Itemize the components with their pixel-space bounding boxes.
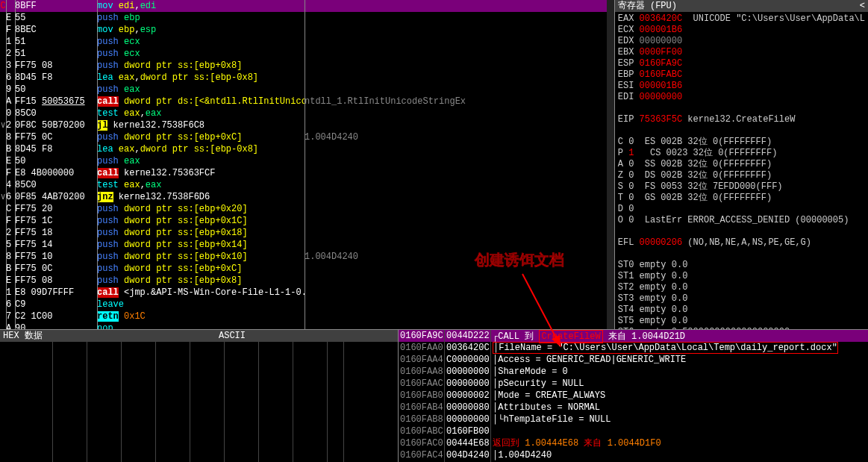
breakpoint-marker[interactable] [0,12,6,24]
breakpoint-marker[interactable] [0,72,6,84]
disasm-row[interactable]: 1E8 09D7FFFFcall <jmp.&API-MS-Win-Core-F… [0,287,614,299]
disassembly-pane[interactable]: C 8BFFmov edi,edi E55push ebp F8BECmov e… [0,0,614,329]
stack-row[interactable]: 0160FAA800000000│ShareMode = 0 [399,366,868,378]
bytes-col: FF75 14 [15,239,97,251]
breakpoint-marker[interactable] [0,167,6,179]
mnemonic-col: push dword ptr ss:[ebp+0xC] [97,263,305,275]
breakpoint-marker[interactable] [0,239,6,251]
bytes-col: E8 4B000000 [15,167,97,179]
address-col: 8 [6,251,15,263]
disasm-row[interactable]: F8BECmov ebp,esp [0,24,614,36]
breakpoint-marker[interactable] [0,84,6,96]
breakpoint-marker[interactable] [0,24,6,36]
disasm-row[interactable]: B8D45 F8lea eax,dword ptr ss:[ebp-0x8] [0,143,614,155]
mnemonic-col: push dword ptr ss:[ebp+0x8] [97,275,305,287]
breakpoint-marker[interactable] [0,251,6,263]
breakpoint-marker[interactable] [0,227,6,239]
stack-row[interactable]: 0160FABC0160FB00 [399,425,868,437]
breakpoint-marker[interactable] [0,155,6,167]
register-line: P 1 CS 0023 32位 0(FFFFFFFF) [618,148,865,159]
disasm-row[interactable]: 68D45 F8lea eax,dword ptr ss:[ebp-0x8] [0,72,614,84]
breakpoint-marker[interactable] [0,36,6,48]
disasm-row[interactable]: 251push ecx [0,48,614,60]
comment-col [305,203,614,215]
disasm-row[interactable]: FE8 4B000000call kernel32.75363FCF [0,167,614,179]
breakpoint-marker[interactable]: C [0,0,6,12]
mnemonic-col: push eax [97,84,305,96]
register-line: S 0 FS 0053 32位 7EFDD000(FFF) [618,181,865,193]
disasm-row[interactable]: 8FF75 0Cpush dword ptr ss:[ebp+0xC]1.004… [0,131,614,143]
register-line: EAX 0036420C UNICODE "C:\Users\User\AppD… [618,13,865,25]
disasm-row[interactable]: BFF75 0Cpush dword ptr ss:[ebp+0xC] [0,263,614,275]
breakpoint-marker[interactable] [0,96,6,107]
disasm-row[interactable]: 3FF75 08push dword ptr ss:[ebp+0x8] [0,60,614,72]
disasm-row[interactable]: AFF15 50053675call dword ptr ds:[<&ntdll… [0,96,614,107]
comment-col [305,322,614,329]
breakpoint-marker[interactable] [0,263,6,275]
hex-dump-pane[interactable]: HEX 数据 ASCII [0,330,399,462]
disasm-row[interactable]: 2FF75 18push dword ptr ss:[ebp+0x18] [0,227,614,239]
breakpoint-marker[interactable] [0,131,6,143]
breakpoint-marker[interactable] [0,143,6,155]
breakpoint-marker[interactable] [0,60,6,72]
breakpoint-marker[interactable] [0,215,6,227]
bytes-col: C9 [15,299,97,310]
stack-row[interactable]: 0160FAB400000080│Attributes = NORMAL [399,402,868,413]
stack-row[interactable]: 0160FAA4C0000000│Access = GENERIC_READ|G… [399,354,868,366]
disasm-scrollbar[interactable] [607,0,614,329]
comment-col [305,12,614,24]
comment-col [305,119,614,131]
disasm-row[interactable]: 151push ecx [0,36,614,48]
disasm-row[interactable]: 6C9leave [0,299,614,310]
disasm-row[interactable]: CFF75 20push dword ptr ss:[ebp+0x20] [0,203,614,215]
address-col: 2 [6,227,15,239]
stack-row[interactable]: 0160FAA00036420C│FileName = "C:\Users\Us… [399,342,868,354]
breakpoint-marker[interactable] [0,275,6,287]
bytes-col: 8BFF [15,0,97,12]
register-line: EFL 00000206 (NO,NB,NE,A,NS,PE,GE,G) [618,237,865,249]
disasm-row[interactable]: EFF75 08push dword ptr ss:[ebp+0x8] [0,275,614,287]
register-line [618,226,865,237]
disasm-row[interactable]: FFF75 1Cpush dword ptr ss:[ebp+0x1C] [0,215,614,227]
mnemonic-col: push dword ptr ss:[ebp+0x1C] [97,215,305,227]
breakpoint-marker[interactable] [0,179,6,191]
breakpoint-marker[interactable] [0,48,6,60]
disasm-row[interactable]: ∨20F8C 50B70200jl kernel32.7538F6C8 [0,119,614,131]
breakpoint-marker[interactable] [0,203,6,215]
disasm-row[interactable]: ∨60F85 4AB70200jnz kernel32.7538F6D6 [0,191,614,203]
stack-pane[interactable]: 0160FA9C0044D222┌CALL 到 CreateFileW 来自 1… [399,330,868,462]
stack-row[interactable]: 0160FAC000444E68返回到 1.00444E68 来自 1.0044… [399,437,868,449]
registers-pane[interactable]: 寄存器 (FPU) < EAX 0036420C UNICODE "C:\Use… [614,0,868,329]
register-line: ESI 000001B6 [618,81,865,92]
breakpoint-marker[interactable]: ∨ [0,191,6,203]
disasm-row[interactable]: 085C0test eax,eax [0,107,614,119]
breakpoint-marker[interactable] [0,107,6,119]
breakpoint-marker[interactable] [0,299,6,310]
stack-row[interactable]: 0160FAC4004D4240│1.004D4240 [399,449,868,461]
stack-row[interactable]: 0160FAB800000000│└hTemplateFile = NULL [399,413,868,425]
breakpoint-marker[interactable]: ∨ [0,119,6,131]
disasm-row[interactable]: C 8BFFmov edi,edi [0,0,614,12]
disasm-row[interactable]: E55push ebp [0,12,614,24]
disasm-row[interactable]: 7C2 1C00retn 0x1C [0,310,614,322]
breakpoint-marker[interactable] [0,310,6,322]
disasm-row[interactable]: 8FF75 10push dword ptr ss:[ebp+0x10]1.00… [0,251,614,263]
disasm-row[interactable]: E50push eax [0,155,614,167]
breakpoint-marker[interactable] [0,322,6,329]
stack-row[interactable]: 0160FA9C0044D222┌CALL 到 CreateFileW 来自 1… [399,330,868,342]
comment-col [305,0,614,12]
address-col: B [6,143,15,155]
stack-row[interactable]: 0160FAB000000002│Mode = CREATE_ALWAYS [399,390,868,402]
stack-row[interactable]: 0160FAAC00000000│pSecurity = NULL [399,378,868,390]
disasm-row[interactable]: 5FF75 14push dword ptr ss:[ebp+0x14] [0,239,614,251]
breakpoint-marker[interactable] [0,287,6,299]
comment-col [305,239,614,251]
registers-collapse-icon[interactable]: < [860,0,865,12]
disasm-row[interactable]: 485C0test eax,eax [0,179,614,191]
disasm-row[interactable]: 950push eax [0,84,614,96]
bytes-col: FF15 50053675 [15,96,97,107]
bytes-col: 0F85 4AB70200 [15,191,97,203]
disasm-row[interactable]: A90nop [0,322,614,329]
register-line: D 0 [618,204,865,215]
mnemonic-col: push dword ptr ss:[ebp+0x18] [97,227,305,239]
